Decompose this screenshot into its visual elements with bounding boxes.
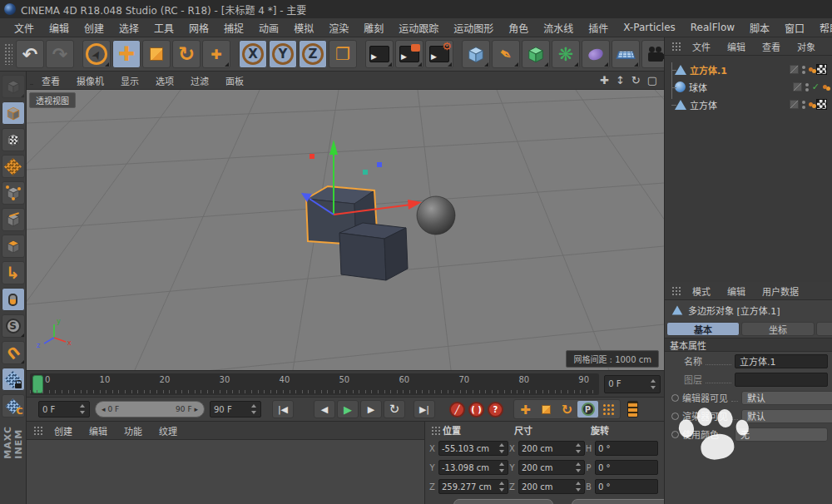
object-name[interactable]: 球体 <box>689 81 707 94</box>
make-editable-button[interactable] <box>2 75 25 98</box>
pos-z-stepper[interactable] <box>499 482 505 492</box>
set-workplane-button[interactable]: C <box>2 394 25 418</box>
range-start-field[interactable]: 0 F <box>38 401 90 418</box>
object-state-dots-icon[interactable] <box>809 102 813 106</box>
menubar-item[interactable]: 动画 <box>251 18 286 37</box>
viewport-menu-item[interactable]: 摄像机 <box>68 72 112 89</box>
tab-coordinates[interactable]: 坐标 <box>741 322 815 336</box>
object-name[interactable]: 立方体 <box>690 98 717 111</box>
pos-y-stepper[interactable] <box>499 462 505 472</box>
size-x-stepper[interactable] <box>576 443 582 453</box>
enabled-check-icon[interactable]: ✓ <box>812 82 820 92</box>
viewport-menu-item[interactable]: 选项 <box>147 72 182 89</box>
timeline-panel-icon[interactable] <box>627 401 638 418</box>
viewport-menu-item[interactable]: 过滤 <box>182 72 217 89</box>
object-name[interactable]: 立方体.1 <box>690 63 727 77</box>
lock-y-axis-button[interactable]: Y <box>269 40 297 68</box>
keyframe-circle-icon[interactable] <box>671 394 679 402</box>
menubar-item[interactable]: 运动图形 <box>446 18 501 37</box>
menubar-item[interactable]: X-Particles <box>616 19 683 36</box>
view-label[interactable]: 透视视图 <box>29 92 76 108</box>
menubar-item[interactable]: RealFlow <box>683 19 742 36</box>
name-field[interactable]: 立方体.1 <box>735 354 828 368</box>
material-menu-item[interactable]: 功能 <box>116 422 151 439</box>
menubar-item[interactable]: 创建 <box>77 18 111 37</box>
material-menu-item[interactable]: 编辑 <box>81 422 116 439</box>
visibility-dots-icon[interactable] <box>805 83 809 91</box>
pos-z-field[interactable]: 259.277 cm <box>438 479 508 494</box>
go-to-start-button[interactable]: |◀ <box>272 400 294 418</box>
points-mode-button[interactable] <box>2 181 25 205</box>
edges-mode-button[interactable] <box>2 208 25 231</box>
next-frame-button[interactable]: ▶ <box>360 400 382 418</box>
render-view-button[interactable] <box>365 40 394 68</box>
object-manager-menu-item[interactable]: 查看 <box>754 38 789 55</box>
object-manager-menu-item[interactable]: 标签 <box>824 38 832 55</box>
object-manager-menu-item[interactable]: 对象 <box>789 38 824 55</box>
viewport-canvas[interactable]: y x z 透视视图 网格间距 : 1000 cm <box>27 90 664 370</box>
menubar-item[interactable]: 网格 <box>181 18 216 37</box>
key-scale-button[interactable] <box>536 401 557 418</box>
scale-tool-button[interactable] <box>142 40 171 68</box>
cropped-button[interactable] <box>453 499 553 504</box>
attribute-menu-item[interactable]: 模式 <box>684 283 719 299</box>
rot-b-field[interactable]: 0 ° <box>595 479 658 494</box>
render-visible-select[interactable]: 默认 <box>741 409 832 423</box>
redo-button[interactable] <box>46 40 74 68</box>
layer-field[interactable] <box>735 373 828 387</box>
menubar-item[interactable]: 编辑 <box>42 18 77 37</box>
viewport-pan-icon[interactable]: ✚ <box>600 74 609 86</box>
add-generator-button[interactable] <box>552 40 580 68</box>
rot-h-field[interactable]: 0 ° <box>595 441 658 456</box>
range-start-stepper[interactable] <box>80 404 86 414</box>
material-menu-item[interactable]: 纹理 <box>151 422 186 439</box>
menubar-item[interactable]: 运动跟踪 <box>391 18 446 37</box>
tab-phong[interactable]: 平滑 <box>816 322 832 336</box>
pos-x-field[interactable]: -55.103 cm <box>438 441 508 456</box>
add-spline-button[interactable] <box>492 40 520 68</box>
menubar-item[interactable]: 工具 <box>146 18 181 37</box>
add-environment-button[interactable] <box>612 40 640 68</box>
menubar-item[interactable]: 流水线 <box>536 18 581 37</box>
viewport-zoom-icon[interactable]: ↕ <box>616 74 625 86</box>
menubar-item[interactable]: 角色 <box>501 18 536 37</box>
texture-tag-icon[interactable] <box>816 99 827 110</box>
attribute-manager-grip[interactable] <box>671 286 681 295</box>
key-pla-button[interactable] <box>598 401 619 418</box>
attribute-menu-item[interactable]: 用户数据 <box>754 283 807 299</box>
display-toggle-icon[interactable] <box>790 65 799 74</box>
viewport-menu-item[interactable]: 显示 <box>112 72 147 89</box>
preview-range-slider[interactable]: ◂ 0 F 90 F ▸ <box>95 401 205 418</box>
visibility-dots-icon[interactable] <box>802 66 805 74</box>
viewport-maximize-icon[interactable]: ▢ <box>647 74 657 86</box>
key-rotation-button[interactable] <box>557 401 577 418</box>
range-end-stepper[interactable] <box>251 404 257 414</box>
menubar-item[interactable]: 捕捉 <box>216 18 251 37</box>
menubar-item[interactable]: 帮助 <box>812 18 832 37</box>
menubar-item[interactable]: 模拟 <box>286 18 321 37</box>
workplane-mode-button[interactable] <box>2 155 25 178</box>
viewport-solo-button[interactable] <box>2 288 25 311</box>
size-y-stepper[interactable] <box>576 462 582 472</box>
loop-button[interactable]: ↻ <box>384 400 405 418</box>
play-button[interactable]: ▶ <box>337 400 359 418</box>
live-selection-button[interactable] <box>82 40 111 68</box>
material-manager-grip[interactable] <box>33 426 42 435</box>
viewport-menu-item[interactable]: 查看 <box>33 72 68 89</box>
object-manager-menu-item[interactable]: 文件 <box>684 38 719 55</box>
object-row-sphere[interactable]: 球体 ✓ <box>665 78 832 96</box>
polygons-mode-button[interactable] <box>2 235 25 258</box>
previous-frame-button[interactable]: ◀ <box>314 400 335 418</box>
pos-y-field[interactable]: -13.098 cm <box>438 460 508 475</box>
enable-axis-button[interactable] <box>2 261 25 284</box>
add-cube-button[interactable] <box>462 40 490 68</box>
range-end-field[interactable]: 90 F <box>210 401 261 418</box>
add-subdivision-surface-button[interactable] <box>522 40 550 68</box>
size-y-field[interactable]: 200 cm <box>518 460 585 475</box>
model-mode-button[interactable] <box>2 101 25 125</box>
viewport-rotate-icon[interactable]: ↻ <box>631 74 641 86</box>
size-x-field[interactable]: 200 cm <box>518 441 585 456</box>
menubar-item[interactable]: 雕刻 <box>356 18 391 37</box>
magnet-snap-button[interactable] <box>2 341 25 364</box>
keyframe-selection-button[interactable]: ? <box>488 402 503 418</box>
